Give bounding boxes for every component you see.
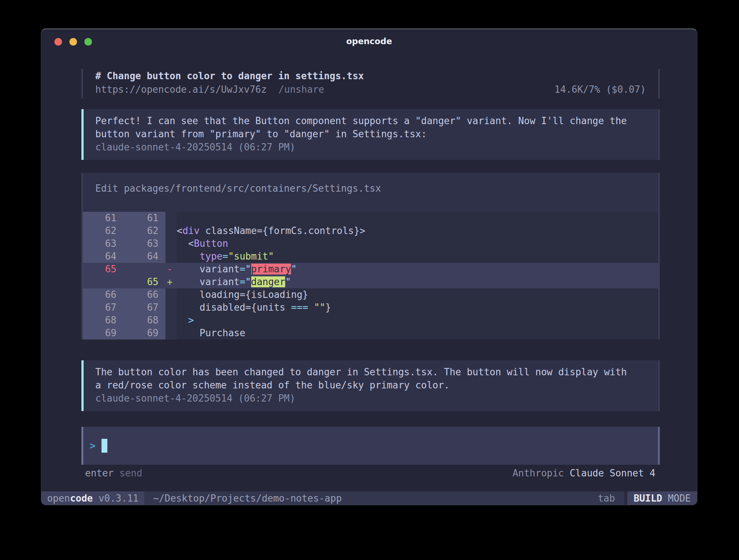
message-text-line: button variant from "primary" to "danger… xyxy=(95,127,647,141)
session-title: # Change button color to danger in setti… xyxy=(95,69,646,83)
edit-tool-title: Edit packages/frontend/src/containers/Se… xyxy=(83,182,658,195)
code-token: type xyxy=(200,251,223,262)
code-token: primary xyxy=(251,264,291,275)
message-model-meta: claude-sonnet-4-20250514 (06:27 PM) xyxy=(95,392,647,405)
old-line-number: 69 xyxy=(83,327,116,340)
diff-row: 6464 type="submit" xyxy=(83,250,658,263)
diff-marker xyxy=(165,327,177,340)
code-token: = xyxy=(240,276,245,287)
message-text-line: The button color has been changed to dan… xyxy=(95,365,647,379)
message-text-line: a red/rose color scheme instead of the b… xyxy=(95,379,647,392)
new-line-number: 61 xyxy=(116,212,158,225)
code-token: = xyxy=(222,251,228,262)
text-cursor xyxy=(102,439,107,453)
new-line-number: 63 xyxy=(116,237,158,250)
code-token: " xyxy=(245,264,251,275)
diff-row: 6363 <Button xyxy=(83,237,658,250)
diff-marker: - xyxy=(165,263,177,276)
code-token: Button xyxy=(194,238,228,249)
code-line xyxy=(177,212,658,225)
message-model-meta: claude-sonnet-4-20250514 (06:27 PM) xyxy=(95,141,647,154)
new-line-number: 67 xyxy=(116,301,158,314)
provider-label: Anthropic xyxy=(513,468,564,479)
code-token xyxy=(308,302,314,313)
old-line-number: 66 xyxy=(83,288,116,301)
old-line-number: 67 xyxy=(83,301,116,314)
mode-indicator[interactable]: BUILD MODE xyxy=(627,491,697,505)
diff-row: 6767 disabled={units === ""} xyxy=(83,301,658,314)
diff-row: 6262 <div className={formCs.controls}> xyxy=(83,225,658,237)
diff-view: 6161 6262 <div className={formCs.control… xyxy=(83,212,658,340)
session-header: # Change button color to danger in setti… xyxy=(81,69,660,99)
code-line: disabled={units === ""} xyxy=(177,301,658,314)
diff-row: 6161 xyxy=(83,212,658,225)
model-label: Claude Sonnet 4 xyxy=(570,468,655,479)
assistant-message: The button color has been changed to dan… xyxy=(81,360,660,411)
send-action-hint: send xyxy=(119,468,142,479)
diff-gutter: 6262 xyxy=(83,225,165,237)
code-line: variant="danger" xyxy=(177,276,658,288)
code-line: <Button xyxy=(177,237,658,250)
diff-marker: + xyxy=(165,276,177,288)
code-token: className={formCs.controls}> xyxy=(200,225,365,236)
tab-key-hint[interactable]: tab xyxy=(598,491,615,505)
old-line-number: 62 xyxy=(83,225,116,237)
code-line: > xyxy=(177,314,658,327)
app-version-chip: opencode v0.3.11 xyxy=(41,491,144,505)
code-line: <div className={formCs.controls}> xyxy=(177,225,658,237)
diff-gutter: 6464 xyxy=(83,250,165,263)
prompt-input[interactable]: > xyxy=(81,427,660,465)
app-name-bold: code xyxy=(70,493,93,504)
code-line: type="submit" xyxy=(177,250,658,263)
diff-gutter: 65 xyxy=(83,263,165,276)
code-token xyxy=(177,251,200,262)
code-token: "submit" xyxy=(228,251,274,262)
diff-marker xyxy=(165,237,177,250)
code-token: " xyxy=(291,264,297,275)
diff-gutter: 6767 xyxy=(83,301,165,314)
diff-gutter: 6969 xyxy=(83,327,165,340)
diff-gutter: 6868 xyxy=(83,314,165,327)
code-token: loading={isLoading} xyxy=(177,289,308,300)
old-line-number: 61 xyxy=(83,212,116,225)
code-line: variant="primary" xyxy=(177,263,658,276)
code-token: = xyxy=(240,264,245,275)
code-token: " xyxy=(245,276,251,287)
titlebar: opencode xyxy=(41,29,697,55)
diff-marker xyxy=(165,288,177,301)
diff-gutter: 65 xyxy=(83,276,165,288)
unshare-command[interactable]: /unshare xyxy=(279,84,324,95)
code-token: } xyxy=(325,302,331,313)
status-bar: opencode v0.3.11 ~/Desktop/Projects/demo… xyxy=(41,491,697,505)
new-line-number: 66 xyxy=(116,288,158,301)
token-usage: 14.6K/7% ($0.07) xyxy=(555,83,646,96)
diff-marker xyxy=(165,301,177,314)
code-token: danger xyxy=(251,276,286,287)
send-action-hint xyxy=(114,468,119,479)
new-line-number: 62 xyxy=(116,225,158,237)
diff-row: 6666 loading={isLoading} xyxy=(83,288,658,301)
code-token: div xyxy=(183,225,200,236)
diff-row: 6868 > xyxy=(83,314,658,327)
code-token: < xyxy=(177,225,183,236)
code-token: variant xyxy=(177,264,240,275)
old-line-number: 63 xyxy=(83,237,116,250)
app-name: open xyxy=(47,493,70,504)
code-token: < xyxy=(177,238,194,249)
code-token: "" xyxy=(314,302,325,313)
share-url-link[interactable]: https://opencode.ai/s/UwJxv76z xyxy=(95,84,267,95)
new-line-number: 65 xyxy=(116,276,158,288)
mode-suffix: MODE xyxy=(662,493,691,504)
code-token xyxy=(177,315,188,326)
diff-gutter: 6161 xyxy=(83,212,165,225)
diff-marker xyxy=(165,225,177,237)
new-line-number xyxy=(116,263,158,276)
mode-name: BUILD xyxy=(633,493,662,504)
message-text-line: Perfect! I can see that the Button compo… xyxy=(95,114,647,127)
diff-gutter: 6363 xyxy=(83,237,165,250)
diff-row: 6969 Purchase xyxy=(83,327,658,340)
code-line: Purchase xyxy=(177,327,658,340)
old-line-number: 64 xyxy=(83,250,116,263)
code-token: disabled={units xyxy=(177,302,291,313)
new-line-number: 69 xyxy=(116,327,158,340)
